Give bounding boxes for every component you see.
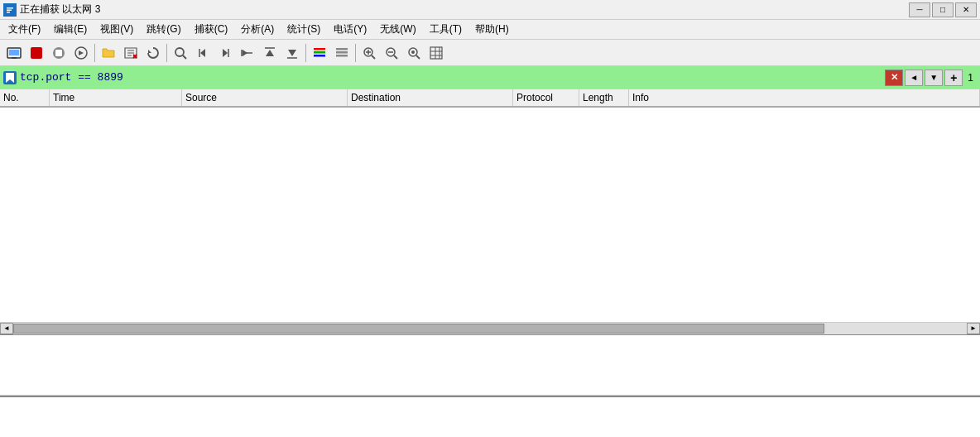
col-header-info[interactable]: Info (629, 89, 980, 106)
filter-count: 1 (964, 72, 977, 84)
detail-panel[interactable] (0, 334, 980, 396)
col-header-no[interactable]: No. (0, 89, 50, 106)
svg-marker-16 (148, 50, 151, 53)
menu-tools[interactable]: 工具(T) (423, 21, 468, 38)
close-file-button[interactable] (120, 42, 142, 64)
svg-rect-46 (430, 47, 442, 59)
color-all-button[interactable] (331, 42, 353, 64)
minimize-button[interactable]: ─ (909, 2, 930, 17)
zoom-reset-button[interactable] (403, 42, 425, 64)
filter-controls: ✕ ◄ ▼ + 1 (885, 70, 977, 86)
svg-rect-1 (7, 7, 13, 9)
menu-analyze[interactable]: 分析(A) (234, 21, 281, 38)
open-file-button[interactable] (98, 42, 119, 64)
menu-capture[interactable]: 捕获(C) (188, 21, 235, 38)
start-capture-button[interactable] (26, 42, 47, 64)
col-header-protocol[interactable]: Protocol (513, 89, 579, 106)
packet-list-header: No. Time Source Destination Protocol Len… (0, 89, 980, 108)
svg-line-45 (416, 55, 420, 59)
window-controls[interactable]: ─ □ ✕ (909, 2, 977, 17)
svg-point-17 (175, 48, 184, 56)
svg-point-44 (411, 50, 415, 54)
bytes-panel[interactable] (0, 396, 980, 437)
svg-line-42 (394, 55, 397, 59)
app-icon (3, 3, 17, 17)
resize-cols-button[interactable] (425, 42, 447, 64)
svg-rect-7 (31, 47, 42, 59)
filter-arrow-left-button[interactable]: ◄ (905, 70, 923, 86)
goto-up-button[interactable] (259, 42, 281, 64)
title-bar: 正在捕获 以太网 3 ─ □ ✕ (0, 0, 980, 20)
toolbar-separator-3 (305, 44, 306, 62)
interface-button[interactable] (3, 42, 25, 64)
prev-packet-button[interactable] (192, 42, 214, 64)
svg-rect-3 (7, 12, 10, 13)
menu-stats[interactable]: 统计(S) (281, 21, 327, 38)
filter-input[interactable] (20, 70, 882, 86)
menu-wireless[interactable]: 无线(W) (373, 21, 422, 38)
scroll-thumb[interactable] (13, 324, 824, 334)
stop-capture-button[interactable] (48, 42, 70, 64)
menu-phone[interactable]: 电话(Y) (327, 21, 373, 38)
svg-marker-26 (266, 50, 274, 56)
svg-rect-34 (336, 51, 348, 54)
window-title: 正在捕获 以太网 3 (20, 2, 100, 17)
menu-edit[interactable]: 编辑(E) (47, 21, 94, 38)
svg-marker-28 (288, 50, 296, 56)
toolbar-separator-4 (355, 44, 356, 62)
svg-rect-35 (336, 55, 348, 57)
zoom-in-button[interactable] (358, 42, 380, 64)
menu-help[interactable]: 帮助(H) (468, 21, 516, 38)
col-header-time[interactable]: Time (50, 89, 182, 106)
svg-marker-19 (200, 49, 205, 57)
svg-rect-31 (314, 51, 325, 54)
col-header-destination[interactable]: Destination (348, 89, 513, 106)
goto-down-button[interactable] (281, 42, 303, 64)
filter-clear-button[interactable]: ✕ (885, 70, 903, 86)
svg-marker-21 (223, 49, 228, 57)
menu-bar: 文件(F) 编辑(E) 视图(V) 跳转(G) 捕获(C) 分析(A) 统计(S… (0, 20, 980, 40)
svg-rect-33 (336, 48, 348, 50)
horizontal-scrollbar[interactable]: ◄ ► (0, 322, 980, 334)
next-packet-button[interactable] (214, 42, 236, 64)
menu-jump[interactable]: 跳转(G) (140, 21, 187, 38)
col-header-length[interactable]: Length (579, 89, 629, 106)
maximize-button[interactable]: □ (932, 2, 954, 17)
col-header-source[interactable]: Source (182, 89, 348, 106)
svg-line-39 (372, 55, 375, 59)
scroll-right-button[interactable]: ► (967, 323, 980, 334)
title-bar-left: 正在捕获 以太网 3 (3, 2, 100, 17)
colorize-button[interactable] (309, 42, 330, 64)
packet-body[interactable] (0, 108, 980, 290)
goto-first-button[interactable] (237, 42, 258, 64)
toolbar-separator-1 (94, 44, 95, 62)
toolbar-separator-2 (166, 44, 167, 62)
svg-line-18 (183, 55, 186, 59)
find-button[interactable] (170, 42, 191, 64)
zoom-out-button[interactable] (381, 42, 402, 64)
reload-button[interactable] (142, 42, 164, 64)
svg-marker-24 (243, 50, 247, 56)
filter-dropdown-button[interactable]: ▼ (925, 70, 943, 86)
svg-rect-30 (314, 48, 325, 50)
menu-file[interactable]: 文件(F) (2, 21, 47, 38)
svg-rect-2 (7, 9, 12, 11)
menu-view[interactable]: 视图(V) (94, 21, 140, 38)
filter-add-button[interactable]: + (944, 70, 963, 86)
packet-list: No. Time Source Destination Protocol Len… (0, 89, 980, 322)
main-content: No. Time Source Destination Protocol Len… (0, 89, 980, 437)
toolbar (0, 40, 980, 66)
restart-button[interactable] (70, 42, 92, 64)
filter-bar: ✕ ◄ ▼ + 1 (0, 66, 980, 89)
svg-rect-9 (55, 50, 62, 56)
svg-rect-32 (314, 55, 325, 57)
filter-bookmark-icon (3, 71, 17, 84)
close-button[interactable]: ✕ (955, 2, 977, 17)
scroll-left-button[interactable]: ◄ (0, 323, 13, 334)
scroll-track[interactable] (13, 323, 967, 334)
svg-rect-5 (9, 50, 19, 55)
